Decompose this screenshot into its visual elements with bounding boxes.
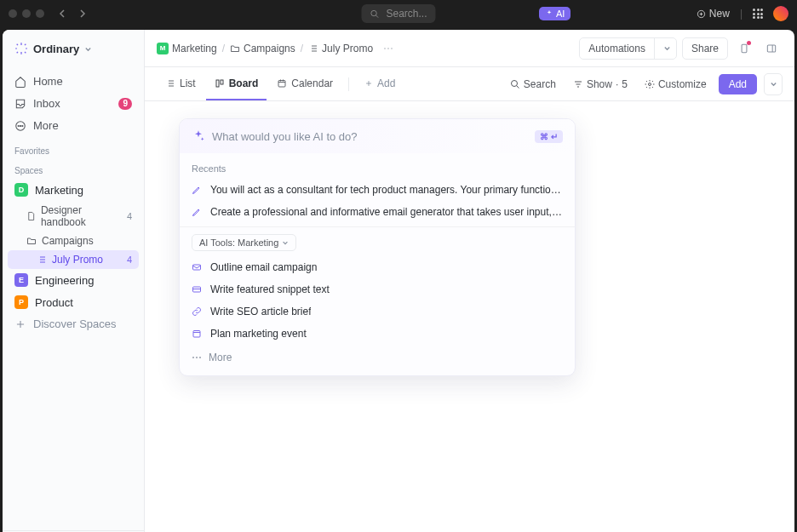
list-july-promo[interactable]: July Promo 4 <box>8 250 139 269</box>
tool-event[interactable]: Plan marketing event <box>192 323 563 345</box>
sparkle-icon <box>192 129 205 143</box>
discover-spaces[interactable]: Discover Spaces <box>8 313 139 335</box>
space-icon: P <box>14 295 28 309</box>
folder-designer-handbook[interactable]: Designer handbook 4 <box>8 201 139 232</box>
chevron-down-icon <box>84 45 92 53</box>
favorites-header[interactable]: Favorites <box>3 140 144 159</box>
panel-toggle[interactable] <box>760 37 783 60</box>
window-titlebar: Search... AI New | <box>0 0 797 27</box>
ai-input-placeholder: What would you like AI to do? <box>212 130 528 143</box>
back-button[interactable] <box>54 5 72 22</box>
apps-icon[interactable] <box>753 9 763 19</box>
svg-rect-9 <box>742 44 747 52</box>
search-icon <box>510 79 520 89</box>
recent-item-0[interactable]: You will act as a consultant for tech pr… <box>192 179 563 201</box>
crumb-list[interactable]: July Promo <box>308 43 373 54</box>
space-icon: E <box>14 273 28 287</box>
mail-icon <box>192 262 204 272</box>
list-icon <box>165 78 175 89</box>
customize[interactable]: Customize <box>639 75 712 94</box>
svg-point-0 <box>371 10 376 15</box>
ai-tools-chip[interactable]: AI Tools: Marketing <box>192 234 296 251</box>
view-list[interactable]: List <box>157 67 204 100</box>
gear-icon <box>645 79 655 89</box>
sidebar: Ordinary Home Inbox 9 More Favorite <box>3 30 145 532</box>
crumb-space[interactable]: MMarketing <box>157 43 217 54</box>
view-calendar[interactable]: Calendar <box>268 67 341 100</box>
tool-seo[interactable]: Write SEO article brief <box>192 300 563 323</box>
user-avatar[interactable] <box>773 6 788 21</box>
pencil-icon <box>192 207 204 217</box>
search-icon <box>370 9 379 19</box>
more-icon[interactable]: ⋯ <box>383 43 393 54</box>
svg-point-5 <box>22 125 23 126</box>
svg-point-4 <box>20 125 20 126</box>
plus-icon <box>364 79 373 88</box>
nav-inbox[interactable]: Inbox 9 <box>8 93 139 114</box>
share-button[interactable]: Share <box>682 37 728 60</box>
ai-pill[interactable]: AI <box>539 7 571 20</box>
spaces-header[interactable]: Spaces <box>3 159 144 179</box>
traffic-lights <box>9 9 44 18</box>
panel-icon <box>765 43 777 54</box>
chevron-down-icon <box>282 239 289 246</box>
folder-campaigns[interactable]: Campaigns <box>8 232 139 250</box>
svg-rect-11 <box>216 80 219 87</box>
space-icon: D <box>14 183 28 197</box>
space-engineering[interactable]: E Engineering <box>8 269 139 291</box>
svg-rect-16 <box>193 265 201 270</box>
add-task-button[interactable]: Add <box>719 74 757 94</box>
board-icon <box>215 78 225 89</box>
crumb-folder[interactable]: Campaigns <box>230 43 295 54</box>
main-content: MMarketing / Campaigns / July Promo ⋯ Au… <box>145 30 794 532</box>
workspace-picker[interactable]: Ordinary <box>3 30 144 67</box>
activity-button[interactable] <box>733 37 755 60</box>
logo-icon <box>14 42 28 55</box>
recent-item-1[interactable]: Create a professional and informative em… <box>192 201 563 223</box>
view-board[interactable]: Board <box>206 67 267 100</box>
forward-button[interactable] <box>73 5 90 22</box>
plus-icon <box>14 318 26 330</box>
ai-input-row[interactable]: What would you like AI to do? ⌘ ↵ <box>180 119 575 153</box>
ai-panel: What would you like AI to do? ⌘ ↵ Recent… <box>179 118 576 376</box>
folder-icon <box>230 43 240 54</box>
breadcrumb-bar: MMarketing / Campaigns / July Promo ⋯ Au… <box>145 30 794 67</box>
tool-snippet[interactable]: Write featured snippet text <box>192 278 563 300</box>
recents-label: Recents <box>192 160 563 179</box>
plus-circle-icon <box>697 9 706 19</box>
space-marketing[interactable]: D Marketing <box>8 179 139 201</box>
home-icon <box>14 76 26 88</box>
calendar-icon <box>192 329 204 339</box>
nav-home[interactable]: Home <box>8 71 139 92</box>
svg-rect-10 <box>767 44 775 51</box>
list-icon <box>308 43 318 54</box>
view-add[interactable]: Add <box>356 67 404 100</box>
workspace-name: Ordinary <box>33 43 79 55</box>
filter-icon <box>573 79 583 89</box>
min-dot[interactable] <box>22 9 31 18</box>
global-search[interactable]: Search... <box>361 4 435 23</box>
new-button[interactable]: New <box>697 8 730 20</box>
more-circle-icon <box>14 120 26 132</box>
show-options[interactable]: Show · 5 <box>568 75 633 94</box>
nav-arrows <box>54 5 90 22</box>
search-view[interactable]: Search <box>505 75 561 94</box>
max-dot[interactable] <box>36 9 44 18</box>
close-dot[interactable] <box>9 9 17 18</box>
add-options[interactable] <box>764 73 783 95</box>
card-icon <box>192 284 204 295</box>
automations-button[interactable]: Automations <box>579 37 677 60</box>
svg-point-14 <box>511 80 517 86</box>
space-product[interactable]: P Product <box>8 291 139 313</box>
folder-icon <box>26 236 37 246</box>
nav-more[interactable]: More <box>8 115 139 136</box>
view-bar: List Board Calendar Add <box>145 67 794 101</box>
tool-outline-email[interactable]: Outline email campaign <box>192 256 563 278</box>
sparkle-icon <box>545 9 553 18</box>
inbox-icon <box>14 98 26 110</box>
dots-icon: ⋯ <box>192 352 202 363</box>
svg-rect-18 <box>193 331 200 338</box>
notification-dot <box>747 41 751 45</box>
ai-more[interactable]: ⋯ More <box>192 345 563 372</box>
svg-point-3 <box>18 125 19 126</box>
